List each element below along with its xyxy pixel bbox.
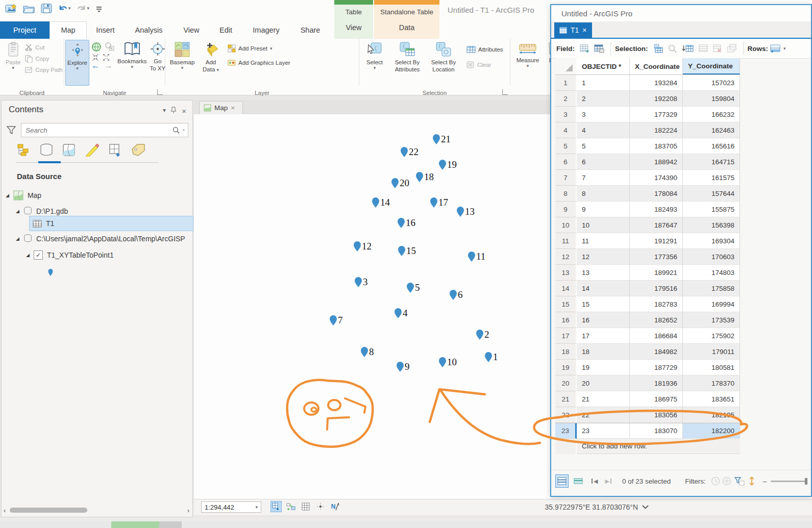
filter-icon[interactable] bbox=[7, 126, 16, 134]
select-by-attributes-button[interactable]: Select By Attributes bbox=[389, 40, 426, 86]
snapping-button[interactable] bbox=[285, 501, 297, 512]
x-coordinate-cell[interactable]: 179516 bbox=[630, 281, 683, 296]
row-number-cell[interactable]: 17 bbox=[555, 328, 577, 344]
row-number-cell[interactable]: 11 bbox=[555, 233, 577, 249]
north-arrow-button[interactable]: N bbox=[330, 501, 341, 512]
list-by-snapping-icon[interactable] bbox=[109, 143, 122, 157]
copy-selection-icon[interactable] bbox=[727, 44, 737, 53]
row-number-cell[interactable]: 16 bbox=[555, 312, 577, 328]
table-row[interactable]: 2222183056182195 bbox=[555, 407, 740, 423]
tab-share[interactable]: Share bbox=[290, 21, 331, 39]
cut-button[interactable]: Cut bbox=[25, 42, 63, 53]
objectid-cell[interactable]: 21 bbox=[577, 391, 630, 407]
x-coordinate-cell[interactable]: 186684 bbox=[630, 328, 683, 344]
table-row[interactable]: 1717186684175902 bbox=[555, 328, 740, 344]
scroll-right-icon[interactable]: › bbox=[187, 507, 189, 514]
x-coordinate-cell[interactable]: 183705 bbox=[630, 138, 683, 154]
search-input[interactable] bbox=[24, 126, 173, 135]
y-coordinate-cell[interactable]: 157023 bbox=[683, 75, 740, 91]
x-coordinate-cell[interactable]: 191291 bbox=[630, 233, 683, 249]
x-coordinate-cell[interactable]: 177356 bbox=[630, 249, 683, 265]
panel-pin-icon[interactable] bbox=[171, 107, 176, 113]
list-by-drawing-order-icon[interactable] bbox=[17, 144, 30, 156]
objectid-cell[interactable]: 17 bbox=[577, 328, 630, 344]
objectid-cell[interactable]: 13 bbox=[577, 265, 630, 281]
objectid-cell[interactable]: 7 bbox=[577, 170, 630, 186]
slider-handle[interactable] bbox=[805, 478, 807, 485]
map-tab-close-icon[interactable]: × bbox=[231, 104, 235, 112]
fixed-zoom-in-icon[interactable]: ↘↙↗↖ bbox=[92, 53, 99, 61]
panel-close-icon[interactable]: × bbox=[182, 107, 186, 115]
tree-item-t1[interactable]: T1 bbox=[29, 216, 193, 231]
clear-selection-icon[interactable] bbox=[698, 44, 708, 53]
table-row[interactable]: 1313189921174803 bbox=[555, 265, 740, 281]
table-row[interactable]: 1919187729180581 bbox=[555, 360, 740, 375]
objectid-cell[interactable]: 20 bbox=[577, 375, 630, 391]
select-button[interactable]: Select ▾ bbox=[360, 40, 389, 86]
tree-item-temp-gdb[interactable]: ◢ C:\Users\jamal2\AppData\Local\Temp\Arc… bbox=[16, 234, 185, 243]
delete-selection-icon[interactable] bbox=[712, 44, 723, 53]
navigate-dialog-launcher[interactable] bbox=[157, 89, 163, 95]
row-number-cell[interactable]: 3 bbox=[555, 107, 577, 122]
tab-edit[interactable]: Edit bbox=[209, 21, 242, 39]
x-coordinate-cell[interactable]: 182493 bbox=[630, 202, 683, 217]
undo-button[interactable]: ▾ bbox=[58, 4, 71, 13]
table-row[interactable]: 11193284157023 bbox=[555, 75, 740, 91]
x-coordinate-cell[interactable]: 186975 bbox=[630, 391, 683, 407]
cursor-coordinates[interactable]: 35.9722975°E 31.8703076°N bbox=[545, 503, 649, 511]
table-tab-close-icon[interactable]: × bbox=[582, 26, 586, 34]
table-row[interactable]: 1212177356170603 bbox=[555, 249, 740, 265]
expand-icon[interactable]: ◢ bbox=[26, 253, 30, 258]
x-coordinate-cell[interactable]: 178084 bbox=[630, 186, 683, 202]
table-row[interactable]: 2020181936178370 bbox=[555, 375, 740, 391]
table-row[interactable]: 1414179516175858 bbox=[555, 281, 740, 296]
tab-data-contextual[interactable]: Data bbox=[374, 23, 439, 32]
map-view-tab[interactable]: Map × bbox=[199, 101, 243, 114]
x-coordinate-cell[interactable]: 187647 bbox=[630, 217, 683, 233]
table-tab-t1[interactable]: T1 × bbox=[554, 22, 592, 38]
copy-path-button[interactable]: Copy Path bbox=[25, 64, 63, 76]
filter-time-icon[interactable] bbox=[711, 476, 720, 486]
tab-view[interactable]: View bbox=[174, 21, 209, 39]
list-by-selection-icon[interactable] bbox=[63, 143, 76, 157]
explore-button[interactable]: Explore ▾ bbox=[65, 40, 89, 86]
coordinates-chevron-icon[interactable] bbox=[642, 505, 649, 509]
y-coordinate-cell[interactable]: 180581 bbox=[683, 360, 740, 375]
list-by-labeling-icon[interactable] bbox=[131, 144, 145, 156]
x-coordinate-cell[interactable]: 192208 bbox=[630, 91, 683, 107]
row-number-cell[interactable]: 10 bbox=[555, 217, 577, 233]
x-coordinate-cell[interactable]: 183070 bbox=[630, 423, 683, 439]
tab-insert[interactable]: Insert bbox=[87, 21, 124, 39]
x-coordinate-cell[interactable]: 183056 bbox=[630, 407, 683, 423]
row-number-cell[interactable]: 14 bbox=[555, 281, 577, 296]
x-coordinate-cell[interactable]: 187729 bbox=[630, 360, 683, 375]
objectid-cell[interactable]: 22 bbox=[577, 407, 630, 423]
save-project-icon[interactable] bbox=[41, 4, 52, 13]
grid-button[interactable] bbox=[300, 501, 311, 512]
y-coordinate-cell[interactable]: 182200 bbox=[683, 423, 740, 439]
row-number-cell[interactable]: 23 bbox=[555, 423, 577, 439]
table-zoom-slider[interactable] bbox=[771, 481, 806, 482]
x-coordinate-cell[interactable]: 182652 bbox=[630, 312, 683, 328]
y-coordinate-cell[interactable]: 165616 bbox=[683, 138, 740, 154]
customize-qat-button[interactable] bbox=[95, 5, 103, 12]
zoom-out-table-icon[interactable]: – bbox=[763, 477, 767, 485]
table-row[interactable]: 33177329166232 bbox=[555, 107, 740, 122]
y-coordinate-cell[interactable]: 182195 bbox=[683, 407, 740, 423]
y-coordinate-cell[interactable]: 157644 bbox=[683, 186, 740, 202]
expand-icon[interactable]: ◢ bbox=[16, 209, 19, 214]
row-number-cell[interactable]: 20 bbox=[555, 375, 577, 391]
switch-selection-icon[interactable] bbox=[682, 44, 694, 53]
x-coordinate-cell[interactable]: 184982 bbox=[630, 344, 683, 360]
table-row[interactable]: 44182224162463 bbox=[555, 122, 740, 138]
y-coordinate-cell[interactable]: 169304 bbox=[683, 233, 740, 249]
copy-button[interactable]: Copy bbox=[25, 53, 63, 64]
tab-project[interactable]: Project bbox=[0, 21, 50, 39]
filter-selected-records-icon[interactable] bbox=[734, 477, 745, 486]
table-row[interactable]: 1818184982179011 bbox=[555, 344, 740, 360]
add-row-text[interactable]: Click to add new row. bbox=[577, 439, 740, 454]
paste-button[interactable]: Paste ▾ bbox=[1, 40, 25, 86]
row-number-cell[interactable]: 6 bbox=[555, 154, 577, 170]
table-row[interactable]: 66188942164715 bbox=[555, 154, 740, 170]
row-number-cell[interactable]: 8 bbox=[555, 186, 577, 202]
